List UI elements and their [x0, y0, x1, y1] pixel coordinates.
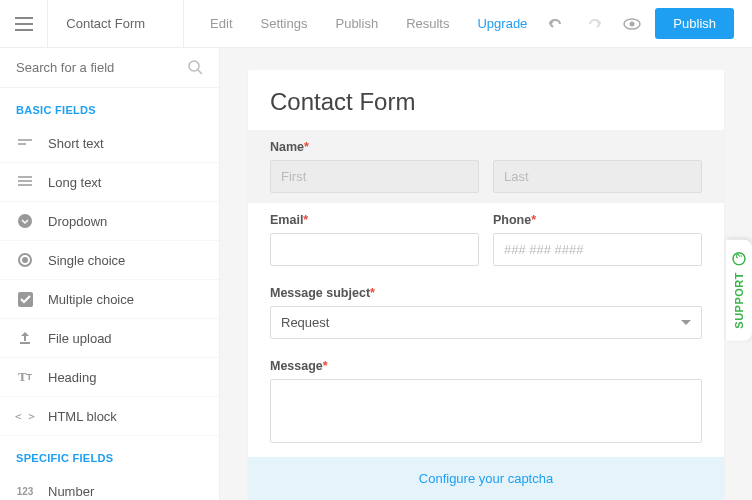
tab-publish[interactable]: Publish [321, 0, 392, 47]
field-long-text[interactable]: Long text [0, 163, 219, 202]
field-label: Dropdown [48, 214, 107, 229]
dropdown-icon [16, 212, 34, 230]
tab-settings[interactable]: Settings [247, 0, 322, 47]
field-single-choice[interactable]: Single choice [0, 241, 219, 280]
field-label: Heading [48, 370, 96, 385]
svg-point-5 [22, 257, 28, 263]
field-label: Number [48, 484, 94, 499]
form-name: Contact Form [48, 0, 184, 47]
tab-edit[interactable]: Edit [196, 0, 246, 47]
tab-results[interactable]: Results [392, 0, 463, 47]
tab-upgrade[interactable]: Upgrade [463, 0, 541, 47]
search-input[interactable] [16, 60, 188, 75]
redo-icon [585, 18, 603, 30]
form-field-contact-row: Email* Phone* [248, 203, 724, 276]
message-label: Message* [270, 359, 702, 373]
form-field-phone[interactable]: Phone* [493, 213, 702, 266]
form-field-email[interactable]: Email* [270, 213, 479, 266]
form-field-subject[interactable]: Message subject* Request [248, 276, 724, 349]
first-name-input[interactable] [270, 160, 479, 193]
field-multiple-choice[interactable]: Multiple choice [0, 280, 219, 319]
message-textarea[interactable] [270, 379, 702, 443]
field-label: Short text [48, 136, 104, 151]
field-label: Long text [48, 175, 102, 190]
form-field-name[interactable]: Name* [248, 130, 724, 203]
file-upload-icon [16, 329, 34, 347]
html-block-icon: < > [16, 407, 34, 425]
field-label: HTML block [48, 409, 117, 424]
number-icon: 123 [16, 482, 34, 500]
svg-point-3 [18, 214, 32, 228]
eye-icon [623, 18, 641, 30]
subject-select[interactable]: Request [270, 306, 702, 339]
subject-label: Message subject* [270, 286, 702, 300]
undo-icon [547, 18, 565, 30]
form-field-message[interactable]: Message* [248, 349, 724, 453]
email-input[interactable] [270, 233, 479, 266]
short-text-icon [16, 134, 34, 152]
field-html-block[interactable]: < > HTML block [0, 397, 219, 436]
phone-input[interactable] [493, 233, 702, 266]
redo-button[interactable] [579, 9, 609, 39]
menu-icon [15, 17, 33, 31]
field-dropdown[interactable]: Dropdown [0, 202, 219, 241]
phone-label: Phone* [493, 213, 702, 227]
svg-point-1 [630, 21, 635, 26]
field-number[interactable]: 123 Number [0, 472, 219, 500]
basic-fields-title: BASIC FIELDS [0, 88, 219, 124]
captcha-block[interactable]: Configure your captcha [248, 457, 724, 500]
support-label: SUPPORT [733, 272, 745, 329]
heading-icon: TT [16, 368, 34, 386]
chevron-down-icon [681, 320, 691, 326]
support-icon: ? [732, 252, 746, 266]
email-label: Email* [270, 213, 479, 227]
field-short-text[interactable]: Short text [0, 124, 219, 163]
field-file-upload[interactable]: File upload [0, 319, 219, 358]
preview-button[interactable] [617, 9, 647, 39]
publish-button[interactable]: Publish [655, 8, 734, 39]
svg-rect-7 [20, 342, 30, 344]
subject-value: Request [281, 315, 329, 330]
long-text-icon [16, 173, 34, 191]
single-choice-icon [16, 251, 34, 269]
svg-point-2 [189, 61, 199, 71]
field-label: Single choice [48, 253, 125, 268]
field-label: File upload [48, 331, 112, 346]
support-tab[interactable]: SUPPORT ? [726, 240, 752, 341]
name-label: Name* [270, 140, 702, 154]
undo-button[interactable] [541, 9, 571, 39]
multiple-choice-icon [16, 290, 34, 308]
field-label: Multiple choice [48, 292, 134, 307]
last-name-input[interactable] [493, 160, 702, 193]
specific-fields-title: SPECIFIC FIELDS [0, 436, 219, 472]
svg-text:?: ? [734, 253, 744, 259]
field-heading[interactable]: TT Heading [0, 358, 219, 397]
menu-button[interactable] [0, 0, 48, 47]
form-title[interactable]: Contact Form [248, 70, 724, 130]
search-icon [188, 60, 203, 75]
